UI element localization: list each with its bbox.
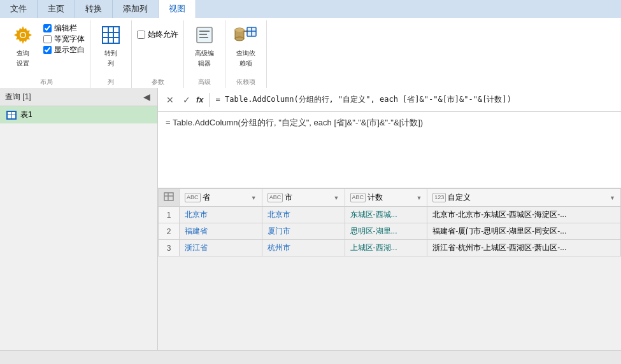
dependencies-icon: [234, 25, 257, 48]
col-type-city: ABC: [268, 193, 283, 202]
formula-buttons: ✕ ✓ fx: [158, 93, 210, 107]
dependencies-label1: 查询依: [236, 49, 255, 58]
cell-city-1[interactable]: 北京市: [262, 207, 345, 223]
goto-column-button[interactable]: 转到 列: [96, 23, 126, 70]
right-panel: ✕ ✓ fx = Table.AddColumn(分组的行, "自定义", ea…: [158, 88, 621, 350]
group-dependencies: 查询依 赖项 依赖项: [225, 20, 267, 88]
advanced-editor-icon: [194, 25, 215, 48]
formula-input[interactable]: [210, 93, 621, 107]
group-advanced: 高级编 辑器 高级: [184, 20, 225, 88]
fx-label: fx: [196, 95, 204, 104]
svg-point-14: [235, 37, 244, 41]
cell-count-1[interactable]: 东城区-西城...: [345, 207, 427, 223]
advanced-editor-label2: 辑器: [198, 59, 211, 68]
svg-point-15: [235, 28, 244, 32]
query-dependencies-button[interactable]: 查询依 赖项: [231, 23, 261, 70]
row-num-2: 2: [159, 223, 180, 240]
svg-rect-3: [103, 27, 119, 43]
cell-custom-3[interactable]: 浙江省-杭州市-上城区-西湖区-萧山区-...: [427, 240, 621, 256]
svg-point-2: [21, 33, 25, 38]
advanced-editor-label1: 高级编: [195, 49, 214, 58]
table-row: 1 北京市 北京市 东城区-西城... 北京市-北京市-东城区-西城区-海淀区-…: [159, 207, 621, 223]
tab-transform[interactable]: 转换: [75, 0, 113, 18]
goto-column-label1: 转到: [104, 49, 117, 58]
col-dropdown-province[interactable]: ▼: [251, 195, 257, 201]
col-header-city[interactable]: ABC 市 ▼: [262, 189, 345, 207]
col-header-province[interactable]: ABC 省 ▼: [180, 189, 262, 207]
cell-city-2[interactable]: 厦门市: [262, 223, 345, 240]
row-num-1: 1: [159, 207, 180, 223]
table-row: 3 浙江省 杭州市 上城区-西湖... 浙江省-杭州市-上城区-西湖区-萧山区-…: [159, 240, 621, 256]
tab-home[interactable]: 主页: [38, 0, 75, 18]
corner-header: [159, 189, 180, 207]
col-header-count[interactable]: ABC 计数 ▼: [345, 189, 427, 207]
tab-view[interactable]: 视图: [159, 0, 196, 18]
tab-file[interactable]: 文件: [0, 0, 38, 18]
group-layout-label: 布局: [8, 76, 85, 87]
cell-province-3[interactable]: 浙江省: [180, 240, 262, 256]
sidebar-header-label: 查询 [1]: [5, 92, 31, 102]
cell-province-2[interactable]: 福建省: [180, 223, 262, 240]
show-whitespace-checkbox[interactable]: 显示空白: [43, 45, 85, 55]
col-type-custom: 123: [432, 193, 446, 202]
status-bar: [0, 350, 621, 364]
col-name-city: 市: [285, 192, 292, 203]
gear-icon: [13, 25, 33, 48]
cell-province-1[interactable]: 北京市: [180, 207, 262, 223]
col-name-custom: 自定义: [448, 192, 471, 203]
row-num-3: 3: [159, 240, 180, 256]
col-dropdown-city[interactable]: ▼: [334, 195, 339, 201]
query-settings-label2: 设置: [17, 59, 29, 68]
goto-column-label2: 列: [108, 59, 114, 68]
data-grid[interactable]: ABC 省 ▼ ABC 市 ▼: [158, 188, 621, 350]
group-dependencies-label: 依赖项: [231, 76, 261, 87]
col-type-count: ABC: [350, 193, 366, 202]
ribbon-tabs: 文件 主页 转换 添加列 视图: [0, 0, 621, 18]
left-panel: 查询 [1] ◀ 表1: [0, 88, 158, 350]
dependencies-label2: 赖项: [239, 59, 252, 68]
always-allow-checkbox[interactable]: 始终允许: [137, 29, 178, 40]
col-dropdown-custom[interactable]: ▼: [610, 195, 615, 201]
group-params-label: 参数: [137, 76, 178, 87]
advanced-editor-button[interactable]: 高级编 辑器: [189, 23, 220, 70]
sidebar-item-label: 表1: [20, 109, 32, 120]
table-icon: [6, 111, 17, 120]
layout-checkboxes: 编辑栏 等宽字体 显示空白: [43, 23, 85, 55]
group-column-label: 列: [96, 76, 126, 87]
sidebar-item-table1[interactable]: 表1: [0, 106, 157, 123]
col-name-count: 计数: [368, 192, 383, 203]
query-settings-label1: 查询: [17, 49, 29, 58]
cell-count-2[interactable]: 思明区-湖里...: [345, 223, 427, 240]
formula-bar: ✕ ✓ fx: [158, 88, 621, 112]
col-header-custom[interactable]: 123 自定义 ▼: [427, 189, 621, 207]
table-row: 2 福建省 厦门市 思明区-湖里... 福建省-厦门市-思明区-湖里区-同安区-…: [159, 223, 621, 240]
left-panel-header: 查询 [1] ◀: [0, 88, 157, 106]
group-params: 始终允许 参数: [132, 20, 184, 88]
monospace-checkbox[interactable]: 等宽字体: [43, 34, 85, 45]
group-advanced-label: 高级: [189, 76, 220, 87]
collapse-button[interactable]: ◀: [141, 91, 152, 102]
svg-rect-21: [164, 193, 173, 200]
query-settings-button[interactable]: 查询 设置: [8, 23, 38, 70]
col-dropdown-count[interactable]: ▼: [416, 195, 422, 201]
formula-editor[interactable]: = Table.AddColumn(分组的行, "自定义", each [省]&…: [158, 112, 621, 188]
col-name-province: 省: [203, 192, 210, 203]
data-table: ABC 省 ▼ ABC 市 ▼: [158, 188, 621, 256]
cell-count-3[interactable]: 上城区-西湖...: [345, 240, 427, 256]
editor-area: 查询 [1] ◀ 表1 ✕ ✓ fx: [0, 88, 621, 350]
group-layout: 查询 设置 编辑栏 等宽字体 显示空白 布局: [3, 20, 90, 88]
cell-custom-1[interactable]: 北京市-北京市-东城区-西城区-海淀区-...: [427, 207, 621, 223]
grid-icon: [101, 25, 121, 48]
formula-accept-button[interactable]: ✓: [180, 93, 194, 107]
formula-cancel-button[interactable]: ✕: [163, 93, 177, 107]
tab-add-column[interactable]: 添加列: [113, 0, 159, 18]
col-type-province: ABC: [185, 193, 201, 202]
table-header-row: ABC 省 ▼ ABC 市 ▼: [159, 189, 621, 207]
cell-custom-2[interactable]: 福建省-厦门市-思明区-湖里区-同安区-...: [427, 223, 621, 240]
app: 文件 主页 转换 添加列 视图 查询: [0, 0, 621, 364]
cell-city-3[interactable]: 杭州市: [262, 240, 345, 256]
formula-text: = Table.AddColumn(分组的行, "自定义", each [省]&…: [166, 118, 423, 127]
ribbon: 查询 设置 编辑栏 等宽字体 显示空白 布局: [0, 18, 621, 88]
editbar-checkbox[interactable]: 编辑栏: [43, 23, 85, 34]
group-column: 转到 列 列: [90, 20, 132, 88]
